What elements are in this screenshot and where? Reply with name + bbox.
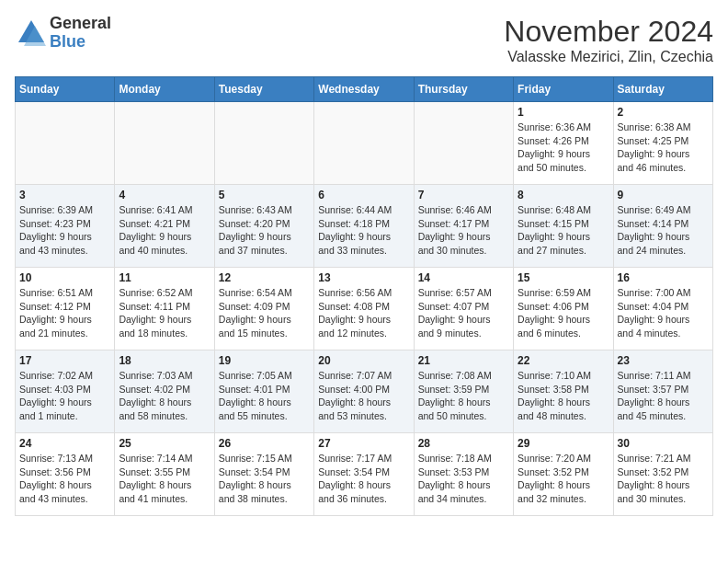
calendar-cell: 30Sunrise: 7:21 AM Sunset: 3:52 PM Dayli… [613,433,712,516]
location-title: Valasske Mezirici, Zlin, Czechia [504,49,713,65]
day-info: Sunrise: 7:13 AM Sunset: 3:56 PM Dayligh… [19,452,110,506]
day-info: Sunrise: 7:15 AM Sunset: 3:54 PM Dayligh… [219,452,310,506]
day-info: Sunrise: 6:44 AM Sunset: 4:18 PM Dayligh… [318,203,409,258]
day-info: Sunrise: 7:03 AM Sunset: 4:02 PM Dayligh… [119,369,210,423]
month-title: November 2024 [504,15,713,49]
day-number: 9 [618,189,709,201]
day-number: 20 [318,354,409,367]
calendar-cell: 3Sunrise: 6:39 AM Sunset: 4:23 PM Daylig… [16,185,115,268]
calendar-cell: 5Sunrise: 6:43 AM Sunset: 4:20 PM Daylig… [214,185,313,268]
calendar-cell: 26Sunrise: 7:15 AM Sunset: 3:54 PM Dayli… [214,433,313,516]
day-info: Sunrise: 6:54 AM Sunset: 4:09 PM Dayligh… [219,286,310,340]
day-number: 12 [219,271,310,284]
day-info: Sunrise: 7:17 AM Sunset: 3:54 PM Dayligh… [318,452,409,506]
day-number: 2 [618,106,709,119]
day-number: 8 [518,189,609,201]
weekday-header-saturday: Saturday [613,77,712,102]
calendar-cell: 11Sunrise: 6:52 AM Sunset: 4:11 PM Dayli… [115,268,214,350]
calendar-cell: 12Sunrise: 6:54 AM Sunset: 4:09 PM Dayli… [214,268,313,350]
calendar-cell: 27Sunrise: 7:17 AM Sunset: 3:54 PM Dayli… [314,433,414,516]
logo-text: General Blue [50,15,111,52]
day-info: Sunrise: 6:57 AM Sunset: 4:07 PM Dayligh… [418,286,509,340]
day-number: 26 [219,437,310,450]
calendar-cell: 14Sunrise: 6:57 AM Sunset: 4:07 PM Dayli… [414,268,513,350]
day-number: 21 [418,354,509,367]
calendar-cell: 16Sunrise: 7:00 AM Sunset: 4:04 PM Dayli… [613,268,712,350]
calendar-week-row: 10Sunrise: 6:51 AM Sunset: 4:12 PM Dayli… [16,268,713,350]
day-info: Sunrise: 7:14 AM Sunset: 3:55 PM Dayligh… [119,452,210,506]
calendar-cell: 2Sunrise: 6:38 AM Sunset: 4:25 PM Daylig… [613,102,712,185]
calendar-cell: 17Sunrise: 7:02 AM Sunset: 4:03 PM Dayli… [16,350,115,433]
calendar-cell: 18Sunrise: 7:03 AM Sunset: 4:02 PM Dayli… [115,350,214,433]
calendar-week-row: 24Sunrise: 7:13 AM Sunset: 3:56 PM Dayli… [16,433,713,516]
day-info: Sunrise: 6:46 AM Sunset: 4:17 PM Dayligh… [418,203,509,258]
calendar-cell: 9Sunrise: 6:49 AM Sunset: 4:14 PM Daylig… [613,185,712,268]
day-number: 3 [19,189,110,201]
calendar-cell: 24Sunrise: 7:13 AM Sunset: 3:56 PM Dayli… [16,433,115,516]
day-info: Sunrise: 6:36 AM Sunset: 4:26 PM Dayligh… [518,121,609,175]
day-info: Sunrise: 7:08 AM Sunset: 3:59 PM Dayligh… [418,369,509,423]
weekday-header-wednesday: Wednesday [314,77,414,102]
calendar-cell: 4Sunrise: 6:41 AM Sunset: 4:21 PM Daylig… [115,185,214,268]
calendar-cell [115,102,214,185]
logo-general-text: General [50,15,111,33]
day-info: Sunrise: 6:52 AM Sunset: 4:11 PM Dayligh… [119,286,210,340]
calendar-cell: 7Sunrise: 6:46 AM Sunset: 4:17 PM Daylig… [414,185,513,268]
calendar-cell: 8Sunrise: 6:48 AM Sunset: 4:15 PM Daylig… [514,185,613,268]
day-number: 25 [119,437,210,450]
calendar-week-row: 1Sunrise: 6:36 AM Sunset: 4:26 PM Daylig… [16,102,713,185]
weekday-header-sunday: Sunday [16,77,115,102]
calendar-cell: 19Sunrise: 7:05 AM Sunset: 4:01 PM Dayli… [214,350,313,433]
day-info: Sunrise: 7:21 AM Sunset: 3:52 PM Dayligh… [618,452,709,506]
day-number: 10 [19,271,110,284]
day-number: 1 [518,106,609,119]
day-info: Sunrise: 7:18 AM Sunset: 3:53 PM Dayligh… [418,452,509,506]
day-info: Sunrise: 7:07 AM Sunset: 4:00 PM Dayligh… [318,369,409,423]
calendar-cell: 20Sunrise: 7:07 AM Sunset: 4:00 PM Dayli… [314,350,414,433]
calendar-cell [16,102,115,185]
day-number: 23 [618,354,709,367]
day-number: 17 [19,354,110,367]
day-number: 16 [618,271,709,284]
day-number: 4 [119,189,210,201]
header: General Blue November 2024 Valasske Mezi… [15,15,713,65]
weekday-header-tuesday: Tuesday [214,77,313,102]
weekday-header-friday: Friday [514,77,613,102]
day-info: Sunrise: 6:38 AM Sunset: 4:25 PM Dayligh… [618,121,709,175]
calendar-week-row: 17Sunrise: 7:02 AM Sunset: 4:03 PM Dayli… [16,350,713,433]
day-info: Sunrise: 6:56 AM Sunset: 4:08 PM Dayligh… [318,286,409,340]
day-info: Sunrise: 7:00 AM Sunset: 4:04 PM Dayligh… [618,286,709,340]
day-number: 14 [418,271,509,284]
day-info: Sunrise: 7:10 AM Sunset: 3:58 PM Dayligh… [518,369,609,423]
day-number: 15 [518,271,609,284]
calendar-cell: 22Sunrise: 7:10 AM Sunset: 3:58 PM Dayli… [514,350,613,433]
day-info: Sunrise: 6:48 AM Sunset: 4:15 PM Dayligh… [518,203,609,258]
day-info: Sunrise: 6:59 AM Sunset: 4:06 PM Dayligh… [518,286,609,340]
day-number: 6 [318,189,409,201]
day-info: Sunrise: 6:41 AM Sunset: 4:21 PM Dayligh… [119,203,210,258]
calendar-cell: 23Sunrise: 7:11 AM Sunset: 3:57 PM Dayli… [613,350,712,433]
calendar-cell: 21Sunrise: 7:08 AM Sunset: 3:59 PM Dayli… [414,350,513,433]
day-info: Sunrise: 6:43 AM Sunset: 4:20 PM Dayligh… [219,203,310,258]
weekday-header-thursday: Thursday [414,77,513,102]
day-number: 28 [418,437,509,450]
day-number: 5 [219,189,310,201]
calendar-cell: 15Sunrise: 6:59 AM Sunset: 4:06 PM Dayli… [514,268,613,350]
day-number: 27 [318,437,409,450]
calendar-week-row: 3Sunrise: 6:39 AM Sunset: 4:23 PM Daylig… [16,185,713,268]
calendar-cell: 6Sunrise: 6:44 AM Sunset: 4:18 PM Daylig… [314,185,414,268]
day-number: 30 [618,437,709,450]
calendar-cell [314,102,414,185]
day-info: Sunrise: 6:39 AM Sunset: 4:23 PM Dayligh… [19,203,110,258]
day-number: 22 [518,354,609,367]
day-number: 7 [418,189,509,201]
calendar-cell: 25Sunrise: 7:14 AM Sunset: 3:55 PM Dayli… [115,433,214,516]
day-number: 13 [318,271,409,284]
weekday-header-monday: Monday [115,77,214,102]
day-info: Sunrise: 7:20 AM Sunset: 3:52 PM Dayligh… [518,452,609,506]
calendar-cell [214,102,313,185]
day-number: 11 [119,271,210,284]
calendar-cell: 10Sunrise: 6:51 AM Sunset: 4:12 PM Dayli… [16,268,115,350]
calendar-cell: 13Sunrise: 6:56 AM Sunset: 4:08 PM Dayli… [314,268,414,350]
day-info: Sunrise: 7:11 AM Sunset: 3:57 PM Dayligh… [618,369,709,423]
